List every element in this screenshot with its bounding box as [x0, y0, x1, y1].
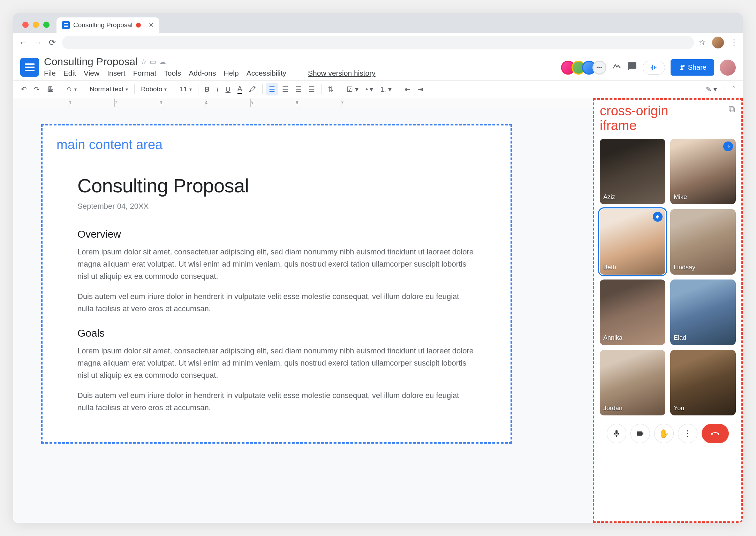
align-justify-icon[interactable]: ☰ — [306, 83, 318, 95]
speaking-indicator-icon — [653, 212, 663, 222]
doc-heading-2[interactable]: Goals — [77, 327, 476, 339]
participant-name: Mike — [674, 193, 687, 201]
highlight-icon[interactable]: 🖍 — [246, 83, 259, 95]
participant-tile[interactable]: Beth — [600, 209, 665, 275]
line-spacing-icon[interactable]: ⇅ — [325, 83, 337, 95]
share-button[interactable]: Share — [671, 59, 714, 76]
editing-mode-icon[interactable]: ✎ ▾ — [703, 83, 720, 95]
separator — [262, 84, 263, 94]
menu-format[interactable]: Format — [133, 69, 157, 77]
print-icon[interactable]: 🖶 — [44, 83, 56, 95]
bookmark-star-icon[interactable]: ☆ — [699, 38, 706, 47]
doc-paragraph[interactable]: Duis autem vel eum iriure dolor in hendr… — [77, 290, 476, 315]
activity-icon[interactable] — [612, 61, 622, 74]
doc-paragraph[interactable]: Lorem ipsum dolor sit amet, consectetuer… — [77, 345, 476, 382]
star-icon[interactable]: ☆ — [141, 58, 147, 66]
doc-heading-2[interactable]: Overview — [77, 228, 476, 240]
participant-tile[interactable]: Lindsay — [670, 209, 736, 275]
back-icon[interactable]: ← — [18, 38, 28, 47]
browser-menu-icon[interactable]: ⋮ — [730, 38, 738, 47]
menu-help[interactable]: Help — [224, 69, 239, 77]
separator — [725, 84, 725, 94]
camera-button[interactable] — [630, 424, 650, 443]
document-page[interactable]: main content area Consulting Proposal Se… — [41, 124, 512, 444]
underline-icon[interactable]: U — [223, 83, 233, 95]
close-window-icon[interactable] — [22, 22, 29, 28]
doc-paragraph[interactable]: Duis autem vel eum iriure dolor in hendr… — [77, 389, 476, 414]
ruler-tick: 4 — [205, 100, 250, 105]
bold-icon[interactable]: B — [202, 83, 212, 95]
menu-accessibility[interactable]: Accessibility — [247, 69, 286, 77]
raise-hand-button[interactable]: ✋ — [654, 424, 674, 443]
version-history-link[interactable]: Show version history — [308, 69, 376, 77]
undo-icon[interactable]: ↶ — [18, 83, 30, 95]
align-center-icon[interactable]: ☰ — [279, 83, 291, 95]
menu-insert[interactable]: Insert — [107, 69, 126, 77]
account-avatar[interactable] — [720, 60, 736, 76]
checklist-icon[interactable]: ☑ ▾ — [344, 83, 361, 95]
doc-paragraph[interactable]: Lorem ipsum dolor sit amet, consectetuer… — [77, 246, 476, 283]
hide-menus-icon[interactable]: ˆ — [730, 83, 738, 95]
browser-tab[interactable]: Consulting Proposal ✕ — [56, 17, 159, 33]
browser-profile-avatar[interactable] — [712, 37, 724, 48]
participant-name: You — [674, 405, 684, 412]
participant-name: Aziz — [603, 193, 615, 201]
menu-addons[interactable]: Add-ons — [189, 69, 216, 77]
zoom-select[interactable] — [64, 85, 80, 93]
redo-icon[interactable]: ↷ — [31, 83, 43, 95]
participant-tile[interactable]: Annika — [600, 280, 665, 345]
main-area: 1 2 3 4 5 6 7 main content area Consulti… — [13, 98, 743, 523]
menu-tools[interactable]: Tools — [164, 69, 181, 77]
docs-header: Consulting Proposal ☆ ▭ ☁ File Edit View… — [13, 52, 743, 77]
document-title[interactable]: Consulting Proposal — [44, 56, 138, 68]
collaborators[interactable]: ••• — [565, 61, 606, 75]
mute-mic-button[interactable] — [607, 424, 626, 443]
participant-tile[interactable]: Elad — [670, 280, 736, 345]
menu-file[interactable]: File — [44, 69, 56, 77]
paragraph-style-select[interactable]: Normal text — [87, 84, 131, 94]
participant-tile[interactable]: Aziz — [600, 139, 665, 204]
svg-rect-2 — [654, 66, 655, 69]
maximize-window-icon[interactable] — [43, 22, 50, 28]
close-tab-icon[interactable]: ✕ — [149, 21, 154, 29]
ruler-tick: 7 — [341, 100, 386, 105]
separator — [398, 84, 398, 94]
numbered-list-icon[interactable]: 1. ▾ — [378, 83, 394, 95]
address-bar: ← → ⟳ ☆ ⋮ — [13, 33, 743, 52]
share-label: Share — [688, 63, 706, 71]
doc-heading-1[interactable]: Consulting Proposal — [77, 174, 476, 197]
reload-icon[interactable]: ⟳ — [47, 38, 57, 47]
collaborator-more[interactable]: ••• — [592, 61, 606, 75]
menu-view[interactable]: View — [84, 69, 99, 77]
participant-tile[interactable]: You — [670, 350, 736, 415]
move-folder-icon[interactable]: ▭ — [150, 58, 156, 66]
document-canvas[interactable]: main content area Consulting Proposal Se… — [13, 107, 593, 523]
comments-icon[interactable] — [627, 61, 637, 74]
end-call-button[interactable] — [702, 424, 729, 443]
font-size-select[interactable]: 11 — [177, 84, 194, 94]
doc-date[interactable]: September 04, 20XX — [77, 202, 476, 211]
popout-icon[interactable]: ⧉ — [728, 104, 735, 115]
participant-tile[interactable]: Mike — [670, 139, 736, 204]
forward-icon[interactable]: → — [33, 38, 43, 47]
outdent-icon[interactable]: ⇤ — [402, 83, 413, 95]
indent-icon[interactable]: ⇥ — [415, 83, 426, 95]
font-select[interactable]: Roboto — [138, 84, 169, 94]
speaking-indicator-icon — [723, 141, 733, 151]
bulleted-list-icon[interactable]: • ▾ — [363, 83, 376, 95]
more-options-button[interactable]: ⋮ — [678, 424, 697, 443]
align-left-icon[interactable]: ☰ — [266, 83, 278, 95]
meet-join-button[interactable] — [643, 61, 665, 75]
align-right-icon[interactable]: ☰ — [293, 83, 304, 95]
participant-tile[interactable]: Jordan — [600, 350, 665, 415]
url-input[interactable] — [62, 36, 694, 49]
separator — [83, 84, 83, 94]
text-color-icon[interactable]: A — [235, 83, 245, 96]
svg-rect-8 — [656, 216, 657, 217]
italic-icon[interactable]: I — [214, 83, 221, 95]
menu-edit[interactable]: Edit — [63, 69, 76, 77]
docs-logo-icon[interactable] — [20, 58, 39, 77]
minimize-window-icon[interactable] — [33, 22, 39, 28]
separator — [173, 84, 173, 94]
ruler[interactable]: 1 2 3 4 5 6 7 — [13, 98, 593, 107]
